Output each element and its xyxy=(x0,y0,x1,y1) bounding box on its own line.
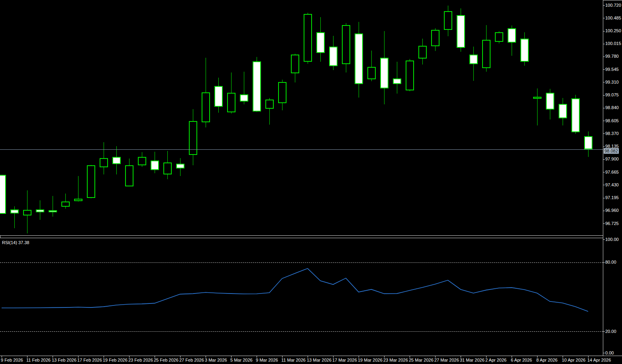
rsi-axis-label: 80.00 xyxy=(605,260,616,264)
price-tick-mark xyxy=(603,211,605,211)
candle-body xyxy=(367,67,376,79)
candle-body xyxy=(495,32,503,42)
price-tick-mark xyxy=(603,44,605,44)
candle-body xyxy=(329,47,337,66)
candle-body xyxy=(23,210,31,215)
candle-body xyxy=(189,121,197,155)
candle-body xyxy=(546,93,554,110)
candle-body xyxy=(265,100,274,109)
candle-body xyxy=(278,82,286,103)
date-axis-label: 6 Apr 2026 xyxy=(511,358,532,362)
candle-body xyxy=(176,164,184,168)
price-tick-mark xyxy=(603,69,605,70)
price-axis-label: 99.075 xyxy=(605,93,619,97)
date-axis-label: 5 Mar 2026 xyxy=(230,358,253,362)
rsi-polyline xyxy=(2,268,588,311)
rsi-tick-mark xyxy=(603,353,605,353)
price-tick-mark xyxy=(603,223,605,224)
candle-body xyxy=(125,165,133,186)
candle-body xyxy=(304,14,312,62)
candle-wick xyxy=(53,196,53,217)
price-axis-label: 98.370 xyxy=(605,131,619,136)
candle-body xyxy=(508,28,516,43)
candle-body xyxy=(571,98,580,132)
price-axis-label: 100.485 xyxy=(605,16,621,20)
price-tick-mark xyxy=(603,5,605,6)
candle-body xyxy=(163,162,172,174)
candle-body xyxy=(227,93,235,112)
candle-wick xyxy=(537,88,538,125)
candle-body xyxy=(444,11,452,30)
candle-body xyxy=(49,210,57,212)
candle-body xyxy=(202,92,210,122)
price-tick-mark xyxy=(603,18,605,18)
price-tick-mark xyxy=(603,133,605,134)
rsi-axis-label: 100.00 xyxy=(605,237,619,242)
date-axis-label: 23 Feb 2026 xyxy=(128,358,153,362)
date-axis-label: 27 Feb 2026 xyxy=(179,358,204,362)
date-axis-label: 2 Apr 2026 xyxy=(485,358,506,362)
price-axis-label: 100.015 xyxy=(605,41,621,46)
candle-body xyxy=(87,165,95,198)
date-axis-label: 19 Feb 2026 xyxy=(103,358,128,362)
rsi-pane-canvas[interactable]: RSI(14) 37.38 xyxy=(0,238,603,356)
candle-body xyxy=(342,25,350,64)
price-axis-label: 98.840 xyxy=(605,106,619,110)
date-axis-label: 3 Mar 2026 xyxy=(205,358,227,362)
candle-body xyxy=(355,33,363,84)
price-axis-label: 99.545 xyxy=(605,67,619,72)
candle-body xyxy=(100,158,108,167)
price-tick-mark xyxy=(603,185,605,185)
price-tick-mark xyxy=(603,57,605,57)
rsi-tick-mark xyxy=(603,262,605,263)
price-axis-label: 100.720 xyxy=(605,3,621,8)
candle-body xyxy=(533,97,542,99)
candle-body xyxy=(10,209,19,213)
rsi-axis-label: 0.00 xyxy=(605,351,614,355)
date-axis-label: 9 Feb 2026 xyxy=(1,358,23,362)
date-axis-label: 13 Feb 2026 xyxy=(52,358,77,362)
candle-body xyxy=(406,61,414,90)
price-axis-label: 100.250 xyxy=(605,29,621,33)
price-axis-label: 96.960 xyxy=(605,208,619,213)
date-axis-label: 31 Mar 2026 xyxy=(460,358,485,362)
date-axis-label: 17 Mar 2026 xyxy=(332,358,357,362)
date-axis-label: 11 Feb 2026 xyxy=(26,358,51,362)
candle-body xyxy=(316,32,325,53)
price-tick-mark xyxy=(603,172,605,172)
current-price-badge: 98.082 xyxy=(604,148,619,154)
candle-body xyxy=(520,39,529,62)
candle-body xyxy=(240,94,248,102)
date-axis-label: 14 Apr 2026 xyxy=(587,358,611,362)
rsi-axis-label: 20.00 xyxy=(605,329,616,334)
price-axis-label: 98.605 xyxy=(605,119,619,123)
date-axis-label: 17 Feb 2026 xyxy=(77,358,102,362)
date-axis-label: 13 Mar 2026 xyxy=(307,358,332,362)
date-axis-label: 25 Mar 2026 xyxy=(409,358,434,362)
candle-body xyxy=(112,157,121,164)
price-tick-mark xyxy=(603,121,605,121)
candle-body xyxy=(418,46,427,59)
price-axis-label: 97.430 xyxy=(605,183,619,187)
candle-body xyxy=(431,30,440,46)
rsi-tick-mark xyxy=(603,331,605,332)
date-axis-label: 9 Mar 2026 xyxy=(256,358,278,362)
date-axis-label: 23 Mar 2026 xyxy=(383,358,408,362)
date-axis-label: 10 Apr 2026 xyxy=(562,358,585,362)
price-tick-mark xyxy=(603,31,605,31)
current-price-line xyxy=(0,149,603,150)
candle-body xyxy=(253,61,261,112)
candle-body xyxy=(36,209,44,212)
date-axis-line xyxy=(0,356,622,356)
price-pane-canvas[interactable] xyxy=(0,0,603,235)
candle-body xyxy=(151,160,159,170)
pane-separator-top xyxy=(0,235,603,236)
candle-body xyxy=(469,55,478,64)
price-axis-label: 97.665 xyxy=(605,170,619,174)
candle-body xyxy=(138,157,146,165)
candle-body xyxy=(291,55,299,73)
price-tick-mark xyxy=(603,82,605,82)
price-tick-mark xyxy=(603,108,605,108)
candle-body xyxy=(559,104,567,118)
candle-wick xyxy=(397,62,397,94)
